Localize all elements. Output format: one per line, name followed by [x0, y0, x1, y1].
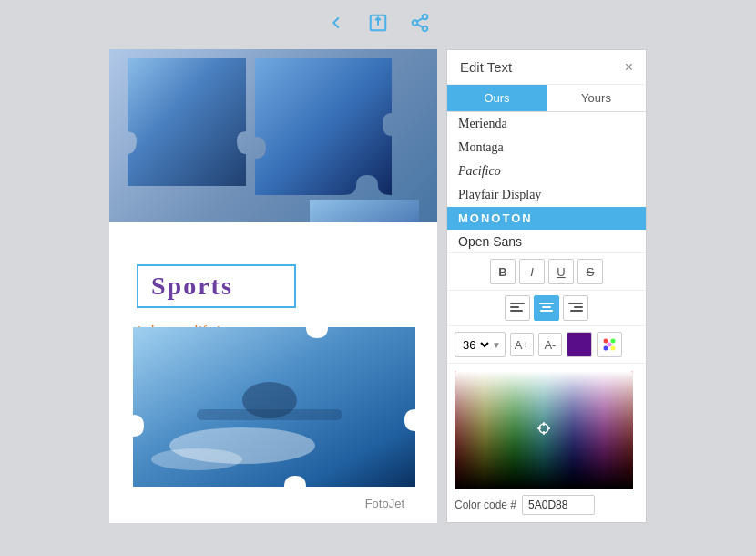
align-center-button[interactable]	[534, 295, 559, 321]
align-left-button[interactable]	[505, 295, 530, 321]
font-list[interactable]: Merienda Montaga Pacifico Playfair Displ…	[447, 112, 646, 253]
svg-rect-16	[197, 409, 342, 420]
edit-text-panel: Edit Text × Ours Yours Merienda Montaga …	[446, 49, 647, 523]
svg-point-29	[610, 346, 615, 351]
font-size-select-wrap[interactable]: 36 8101214 16182024 28324048 6472 ▼	[455, 332, 506, 357]
align-center-icon	[539, 302, 554, 314]
color-code-row: Color code #	[455, 495, 639, 515]
color-picker-button[interactable]	[597, 332, 622, 357]
back-icon[interactable]	[326, 13, 346, 36]
svg-rect-19	[510, 310, 523, 312]
svg-rect-23	[568, 303, 583, 304]
dropdown-arrow-icon: ▼	[492, 340, 501, 350]
puzzle-bottom-area	[124, 318, 419, 496]
font-item-pacifico[interactable]: Pacifico	[447, 160, 646, 183]
font-size-select[interactable]: 36 8101214 16182024 28324048 6472	[459, 337, 492, 353]
tab-yours[interactable]: Yours	[547, 85, 646, 111]
align-right-icon	[568, 302, 583, 314]
svg-point-28	[603, 346, 608, 351]
sports-textbox[interactable]: Sports	[137, 264, 296, 308]
align-row	[447, 291, 646, 326]
color-picker-area: Color code #	[447, 364, 646, 522]
svg-rect-8	[128, 58, 246, 186]
font-item-playfair[interactable]: Playfair Display	[447, 183, 646, 207]
italic-button[interactable]: I	[519, 259, 545, 284]
canvas-area: Sports is human life in microcosm.	[109, 49, 437, 523]
watermark-label: FotoJet	[365, 497, 404, 510]
svg-point-27	[610, 339, 615, 344]
sports-text: Sports	[151, 272, 233, 300]
svg-rect-18	[510, 306, 519, 308]
svg-point-4	[423, 26, 428, 31]
svg-rect-21	[542, 306, 551, 308]
font-size-increase-button[interactable]: A+	[510, 333, 534, 356]
panel-header: Edit Text ×	[447, 50, 646, 85]
svg-rect-11	[109, 222, 437, 259]
color-picker-icon	[602, 337, 617, 352]
export-icon[interactable]	[368, 13, 388, 36]
tab-ours[interactable]: Ours	[447, 85, 547, 111]
format-row: B I U S	[447, 253, 646, 291]
svg-point-30	[607, 343, 611, 347]
font-item-opensans[interactable]: Open Sans	[447, 230, 646, 253]
crosshair-icon	[537, 422, 550, 435]
puzzle-bottom-svg	[124, 318, 424, 496]
top-toolbar	[0, 0, 756, 46]
svg-rect-9	[255, 58, 392, 195]
puzzle-top-area	[109, 49, 437, 259]
strikethrough-button[interactable]: S	[577, 259, 603, 284]
tabs-row: Ours Yours	[447, 85, 646, 112]
svg-rect-20	[539, 303, 554, 304]
color-code-label: Color code #	[455, 499, 516, 511]
crosshair	[537, 422, 550, 438]
svg-point-3	[413, 20, 418, 26]
color-code-input[interactable]	[522, 495, 595, 515]
panel-title: Edit Text	[460, 59, 512, 75]
svg-line-5	[417, 24, 423, 27]
svg-point-26	[603, 339, 608, 344]
underline-button[interactable]: U	[548, 259, 574, 284]
main-area: Sports is human life in microcosm.	[0, 46, 756, 556]
svg-point-14	[151, 448, 242, 470]
svg-point-2	[423, 15, 428, 20]
align-right-button[interactable]	[563, 295, 588, 321]
share-icon[interactable]	[410, 13, 430, 36]
svg-rect-17	[510, 303, 525, 304]
bold-button[interactable]: B	[490, 259, 516, 284]
svg-rect-24	[574, 306, 583, 308]
svg-line-6	[417, 18, 423, 22]
size-color-row: 36 8101214 16182024 28324048 6472 ▼ A+ A…	[447, 326, 646, 364]
svg-rect-25	[570, 310, 583, 312]
svg-rect-22	[540, 310, 553, 312]
color-gradient-box[interactable]	[455, 371, 633, 489]
puzzle-top-svg	[109, 49, 437, 259]
font-item-merienda[interactable]: Merienda	[447, 112, 646, 136]
close-button[interactable]: ×	[625, 60, 633, 75]
font-size-decrease-button[interactable]: A-	[538, 333, 562, 356]
color-swatch[interactable]	[567, 332, 592, 357]
font-item-monoton[interactable]: MONOTON	[447, 207, 646, 230]
align-left-icon	[510, 302, 525, 314]
font-item-montaga[interactable]: Montaga	[447, 136, 646, 160]
